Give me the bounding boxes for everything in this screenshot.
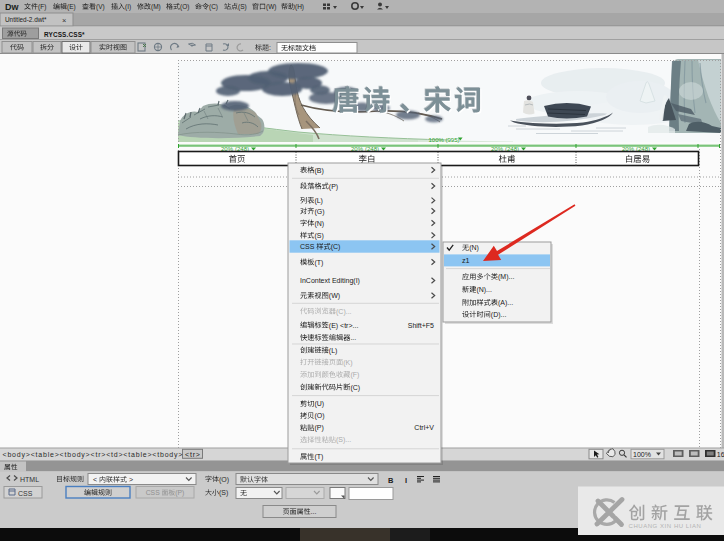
svg-text:(A)...: (A)... — [498, 299, 513, 307]
svg-text:...: ... — [311, 508, 317, 515]
svg-text:(248): (248) — [505, 146, 519, 152]
svg-text:<tr>: <tr> — [185, 451, 201, 458]
svg-text:168: 168 — [717, 451, 724, 458]
svg-text:(O): (O) — [314, 412, 324, 420]
svg-text:(I): (I) — [125, 3, 131, 11]
svg-text:Ctrl+V: Ctrl+V — [414, 424, 434, 431]
svg-text:...: ... — [350, 334, 356, 341]
svg-text:(H): (H) — [295, 3, 304, 11]
svg-text:(F): (F) — [38, 3, 46, 11]
svg-text:(M): (M) — [151, 3, 161, 11]
svg-text:(L): (L) — [329, 347, 338, 355]
svg-text:(M)...: (M)... — [498, 273, 514, 281]
svg-text:(P): (P) — [314, 424, 323, 432]
svg-text:(N)...: (N)... — [476, 286, 492, 294]
svg-text:20%: 20% — [622, 146, 635, 152]
svg-text:(C): (C) — [331, 243, 341, 251]
svg-text:(F): (F) — [350, 371, 359, 379]
svg-text:>: > — [127, 476, 133, 483]
svg-text:(D)...: (D)... — [491, 311, 507, 319]
svg-text:(T): (T) — [314, 453, 323, 461]
svg-text:CHUANG XIN HU LIAN: CHUANG XIN HU LIAN — [629, 523, 702, 529]
svg-text:(N): (N) — [314, 220, 324, 228]
svg-text:(S): (S) — [238, 3, 247, 11]
svg-text:Dw: Dw — [5, 2, 19, 12]
svg-text:Untitled-2.dwt*: Untitled-2.dwt* — [5, 16, 47, 23]
svg-text:100% (995): 100% (995) — [428, 137, 459, 143]
svg-text:(W): (W) — [266, 3, 276, 11]
svg-text:(P): (P) — [175, 489, 184, 497]
svg-text:(E) <tr>...: (E) <tr>... — [329, 322, 359, 330]
svg-text:CSS: CSS — [18, 490, 33, 497]
svg-text:×: × — [62, 16, 66, 25]
svg-text:(O): (O) — [219, 476, 229, 484]
svg-text:20%: 20% — [491, 146, 504, 152]
svg-text:z1: z1 — [462, 256, 470, 265]
svg-text:(E): (E) — [67, 3, 76, 11]
svg-text:(S)...: (S)... — [336, 436, 351, 444]
svg-text:<body><table><tbody><tr><td><t: <body><table><tbody><tr><td><table><tbod… — [3, 451, 184, 459]
svg-text:(N): (N) — [469, 244, 479, 252]
svg-text:(C)...: (C)... — [336, 308, 352, 316]
svg-text:<: < — [93, 476, 99, 483]
svg-text:(W): (W) — [329, 292, 340, 300]
svg-text:HTML: HTML — [20, 476, 39, 483]
svg-text:(O): (O) — [180, 3, 189, 11]
svg-text:InContext Editing(I): InContext Editing(I) — [300, 277, 360, 285]
svg-text:(248): (248) — [636, 146, 650, 152]
svg-text:(L): (L) — [314, 197, 323, 205]
svg-text:20%: 20% — [351, 146, 364, 152]
svg-text:(S): (S) — [219, 489, 228, 497]
svg-text:I: I — [405, 476, 407, 485]
svg-text:(C): (C) — [350, 384, 360, 392]
svg-text:B: B — [388, 476, 394, 485]
svg-text:CSS: CSS — [300, 243, 316, 250]
svg-text:(T): (T) — [314, 259, 323, 267]
svg-text:(P): (P) — [329, 183, 338, 191]
svg-text:Shift+F5: Shift+F5 — [408, 322, 434, 329]
svg-text:100%: 100% — [633, 451, 651, 458]
svg-text:(248): (248) — [235, 146, 249, 152]
svg-text:(U): (U) — [314, 400, 324, 408]
svg-text:(S): (S) — [314, 232, 323, 240]
svg-text:(K): (K) — [343, 359, 352, 367]
svg-text:20%: 20% — [221, 146, 234, 152]
svg-text:(V): (V) — [96, 3, 105, 11]
svg-text:(G): (G) — [314, 208, 324, 216]
svg-text:(C): (C) — [209, 3, 218, 11]
svg-text:CSS: CSS — [146, 489, 162, 496]
svg-text:(B): (B) — [314, 167, 323, 175]
svg-text:(248): (248) — [365, 146, 379, 152]
svg-text::: : — [269, 44, 271, 51]
svg-text:RYCSS.CSS*: RYCSS.CSS* — [44, 31, 85, 38]
